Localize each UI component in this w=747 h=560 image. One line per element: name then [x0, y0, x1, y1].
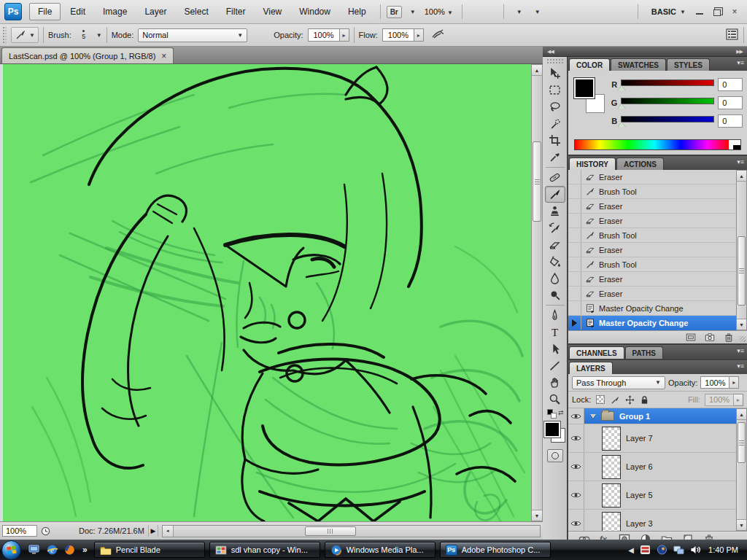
lock-position-button[interactable]: [624, 394, 635, 405]
scroll-up-icon[interactable]: ▲: [532, 65, 542, 76]
menu-file[interactable]: File: [29, 3, 61, 20]
network-icon[interactable]: [673, 545, 684, 555]
scroll-up-icon[interactable]: ▲: [737, 409, 746, 420]
canvas[interactable]: [0, 64, 531, 521]
visibility-toggle[interactable]: [568, 481, 584, 509]
scroll-down-icon[interactable]: ▼: [737, 319, 746, 330]
tab-color[interactable]: COLOR: [569, 58, 610, 71]
history-item[interactable]: Eraser: [568, 170, 747, 184]
layer-thumbnail[interactable]: [602, 427, 621, 451]
blue-slider[interactable]: [621, 115, 714, 127]
history-scrollbar[interactable]: ▲ ▼: [736, 170, 747, 330]
canvas-vertical-scrollbar[interactable]: ▲ ▼: [531, 64, 543, 521]
taskbar-button-windows-media-player[interactable]: Windows Media Pla...: [325, 542, 436, 558]
visibility-toggle[interactable]: [568, 424, 584, 452]
taskbar-button-photoshop[interactable]: Ps Adobe Photoshop C...: [440, 542, 551, 558]
layer-row[interactable]: Layer 7: [568, 424, 747, 453]
visibility-toggle[interactable]: [568, 453, 584, 481]
history-item[interactable]: Master Opacity Change: [568, 301, 747, 316]
brush-preset-preview[interactable]: 5: [76, 27, 92, 43]
lasso-tool-button[interactable]: [545, 98, 565, 115]
menu-help[interactable]: Help: [340, 4, 374, 20]
tray-app-icon[interactable]: [640, 545, 651, 555]
blue-value-input[interactable]: 0: [718, 114, 743, 128]
red-value-input[interactable]: 0: [718, 78, 743, 91]
move-tool-button[interactable]: [545, 65, 565, 82]
green-slider[interactable]: [621, 97, 714, 109]
layer-thumbnail[interactable]: [602, 512, 621, 532]
history-item[interactable]: Eraser: [568, 214, 747, 228]
flow-input[interactable]: 100%: [382, 28, 414, 42]
default-swap-colors[interactable]: ⇄: [547, 409, 563, 419]
blur-tool-button[interactable]: [545, 270, 565, 287]
tab-paths[interactable]: PATHS: [625, 346, 663, 359]
menu-image[interactable]: Image: [95, 4, 135, 20]
tool-preset-picker[interactable]: ▼: [11, 27, 39, 43]
expand-dock-icon[interactable]: ▶▶: [736, 49, 743, 55]
scrollbar-thumb[interactable]: [738, 236, 746, 306]
history-item-selected[interactable]: Master Opacity Change: [568, 316, 747, 330]
panel-menu-icon[interactable]: ▾≡: [737, 59, 744, 66]
layer-blend-mode-select[interactable]: Pass Through ▼: [572, 376, 665, 389]
lock-all-button[interactable]: [639, 394, 649, 405]
show-desktop-icon[interactable]: [28, 544, 41, 556]
layer-row[interactable]: Layer 5: [568, 481, 747, 510]
minimize-button[interactable]: [694, 7, 705, 16]
tray-collapse-icon[interactable]: ◀: [628, 546, 634, 554]
close-button[interactable]: ×: [729, 7, 740, 16]
scroll-left-icon[interactable]: ◂: [163, 526, 174, 537]
status-flyout-button[interactable]: ▶: [148, 525, 158, 537]
flow-slider-button[interactable]: ▸: [414, 28, 424, 42]
visibility-toggle[interactable]: [568, 408, 584, 424]
slider-handle[interactable]: [618, 85, 625, 90]
type-tool-button[interactable]: T: [545, 324, 565, 341]
menu-filter[interactable]: Filter: [218, 4, 254, 20]
color-swatch-pair[interactable]: [574, 78, 606, 116]
restore-button[interactable]: [712, 7, 722, 16]
history-item[interactable]: Eraser: [568, 243, 747, 257]
new-document-from-state-icon[interactable]: [686, 332, 696, 342]
close-document-icon[interactable]: ×: [161, 51, 166, 61]
scroll-up-icon[interactable]: ▲: [737, 171, 746, 182]
quick-selection-tool-button[interactable]: [545, 115, 565, 132]
panel-menu-icon[interactable]: ▾≡: [737, 347, 744, 354]
blend-mode-select[interactable]: Normal ▼: [138, 28, 247, 42]
layer-fill-slider-button[interactable]: ▸: [734, 394, 743, 406]
line-tool-button[interactable]: [545, 357, 565, 374]
collapse-dock-icon[interactable]: ◀◀: [547, 49, 554, 55]
eyedropper-tool-button[interactable]: [545, 149, 565, 166]
drag-grip[interactable]: [547, 59, 563, 63]
start-button[interactable]: [1, 540, 21, 560]
scroll-down-icon[interactable]: ▼: [737, 519, 746, 530]
layer-opacity-input[interactable]: 100%: [700, 376, 729, 389]
history-item[interactable]: Brush Tool: [568, 257, 747, 272]
tab-layers[interactable]: LAYERS: [569, 362, 613, 374]
layer-fill-input[interactable]: 100%: [705, 394, 734, 406]
layers-scrollbar[interactable]: ▲ ▼: [736, 408, 747, 531]
toggle-brushes-panel-button[interactable]: [726, 28, 739, 42]
document-tab[interactable]: LastScan.psd @ 100% (Group 1, RGB/8) ×: [1, 47, 174, 63]
zoom-percent-input[interactable]: 100%: [2, 525, 37, 537]
layer-opacity-slider-button[interactable]: ▸: [729, 376, 739, 389]
history-item[interactable]: Brush Tool: [568, 228, 747, 243]
canvas-horizontal-scrollbar[interactable]: ◂: [162, 525, 541, 537]
layer-thumbnail[interactable]: [602, 455, 621, 479]
taskbar-button-sdl-vhan[interactable]: sdl vhan copy - Win...: [209, 542, 320, 558]
scrollbar-thumb[interactable]: [305, 526, 356, 536]
lock-transparency-button[interactable]: [595, 394, 605, 405]
menu-window[interactable]: Window: [291, 4, 338, 20]
scrollbar-thumb[interactable]: [738, 422, 746, 463]
brush-tool-button[interactable]: [545, 186, 565, 203]
launch-bridge-button[interactable]: Br: [387, 6, 402, 18]
tab-swatches[interactable]: SWATCHES: [611, 58, 666, 71]
foreground-color-swatch[interactable]: [544, 421, 560, 438]
group-disclosure-icon[interactable]: [590, 414, 596, 419]
visibility-toggle[interactable]: [568, 510, 584, 531]
workspace-switcher[interactable]: BASIC▼: [644, 7, 693, 16]
slider-handle[interactable]: [618, 104, 625, 109]
screen-mode-button[interactable]: ▼: [528, 9, 545, 15]
panel-menu-icon[interactable]: ▾≡: [737, 158, 744, 166]
scrollbar-thumb[interactable]: [533, 141, 541, 222]
clone-stamp-tool-button[interactable]: [545, 203, 565, 219]
menu-view[interactable]: View: [255, 4, 290, 20]
